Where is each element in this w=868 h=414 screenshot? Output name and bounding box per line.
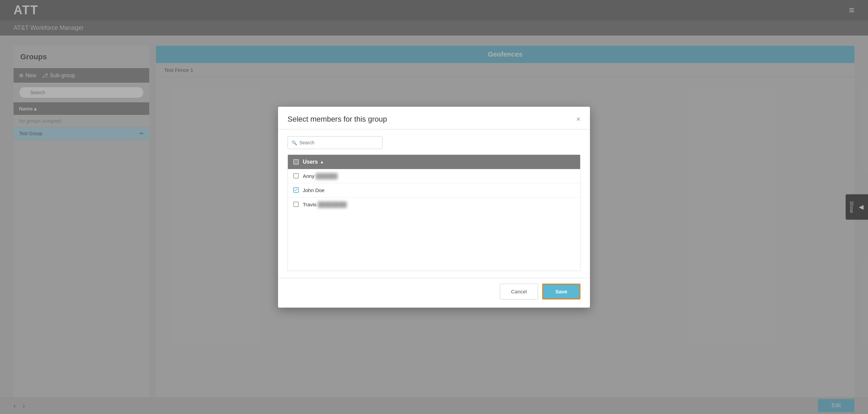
modal-header: Select members for this group × xyxy=(278,107,590,129)
member-row-travis[interactable]: Travis ████████ xyxy=(288,198,580,211)
modal-overlay: Select members for this group × Users ▲ xyxy=(0,0,868,414)
members-table: Users ▲ Anny ██████ John Doe xyxy=(288,154,580,271)
users-sort-icon: ▲ xyxy=(320,160,324,164)
cancel-button[interactable]: Cancel xyxy=(500,284,538,299)
modal-dialog: Select members for this group × Users ▲ xyxy=(278,107,590,308)
modal-search-wrapper xyxy=(288,136,580,149)
john-doe-name: John Doe xyxy=(303,187,324,193)
john-doe-checkbox[interactable] xyxy=(293,187,299,193)
travis-checkbox[interactable] xyxy=(293,202,299,207)
travis-name: Travis ████████ xyxy=(303,202,347,207)
member-row-anny[interactable]: Anny ██████ xyxy=(288,169,580,183)
members-list: Anny ██████ John Doe Travis ████████ xyxy=(288,169,580,271)
modal-footer: Cancel Save xyxy=(278,278,590,308)
member-row-john-doe[interactable]: John Doe xyxy=(288,183,580,198)
travis-surname-blurred: ████████ xyxy=(318,202,347,207)
modal-close-button[interactable]: × xyxy=(576,116,580,123)
anny-name: Anny ██████ xyxy=(303,173,337,179)
save-button[interactable]: Save xyxy=(542,284,580,299)
users-column-label: Users ▲ xyxy=(303,159,324,165)
members-table-header: Users ▲ xyxy=(288,155,580,169)
modal-title: Select members for this group xyxy=(288,115,387,124)
modal-body: Users ▲ Anny ██████ John Doe xyxy=(278,129,590,278)
anny-surname-blurred: ██████ xyxy=(316,173,337,179)
modal-search-input[interactable] xyxy=(288,136,382,149)
anny-checkbox[interactable] xyxy=(293,173,299,179)
header-checkbox[interactable] xyxy=(293,159,299,165)
